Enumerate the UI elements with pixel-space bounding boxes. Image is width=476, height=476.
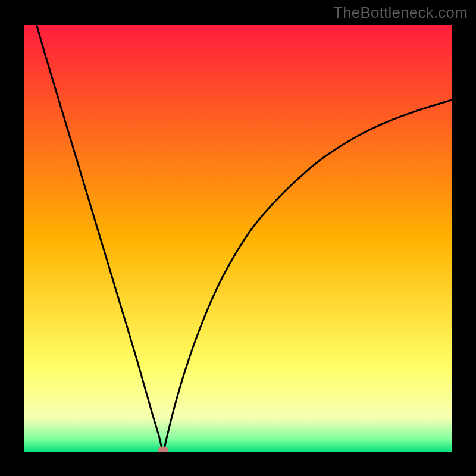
watermark-text: TheBottleneck.com: [333, 4, 468, 22]
plot-area: [24, 25, 452, 452]
gradient-background: [24, 25, 452, 452]
chart-frame: TheBottleneck.com: [0, 0, 476, 476]
bottleneck-chart: [24, 25, 452, 452]
